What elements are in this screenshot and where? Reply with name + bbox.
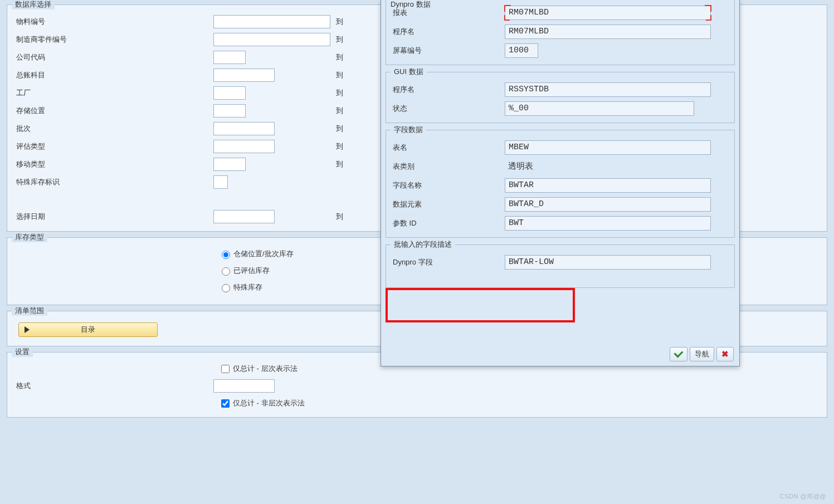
input-movetype-low[interactable] [213,158,246,171]
value-program[interactable]: RM07MLBD [505,25,711,39]
input-gl-low[interactable] [213,68,275,82]
group-title-batch: 批输入的字段描述 [391,239,455,249]
highlight-box [386,288,575,322]
close-icon: ✖ [721,349,729,359]
panel-title-stocktype: 库存类型 [12,232,47,242]
label-screen: 屏幕编号 [391,46,505,56]
group-title-field: 字段数据 [391,125,426,135]
input-special-low[interactable] [213,175,228,189]
confirm-button[interactable] [670,347,687,361]
input-storage-low[interactable] [213,104,246,118]
radio-special[interactable] [222,284,230,292]
label-table: 表名 [391,143,505,153]
label-company: 公司代码 [13,52,213,62]
label-seldate: 选择日期 [13,212,213,222]
directory-button[interactable]: 目录 [18,322,158,337]
group-title-dynpro: Dynpro 数据 [388,0,433,9]
input-seldate-low[interactable] [213,210,275,223]
label-storage: 存储位置 [13,106,213,116]
cancel-button[interactable]: ✖ [716,347,734,361]
value-gui-status[interactable]: %_00 [505,101,694,116]
to-label: 到 [336,212,349,222]
navigate-button[interactable]: 导航 [690,347,714,361]
input-material-low[interactable] [213,15,330,28]
label-gui-status: 状态 [391,104,505,114]
label-special: 特殊库存标识 [13,177,213,187]
radio-label-special: 特殊库存 [233,282,262,292]
value-dataelem[interactable]: BWTAR_D [505,197,711,212]
value-gui-program[interactable]: RSSYSTDB [505,82,711,97]
label-paramid: 参数 ID [391,218,505,228]
play-icon [25,326,30,333]
navigate-label: 导航 [695,349,709,359]
group-title-gui: GUI 数据 [391,67,427,77]
input-batch-low[interactable] [213,122,275,135]
label-batch: 批次 [13,124,213,134]
radio-label-valuated: 已评估库存 [233,266,270,276]
label-dataelem: 数据元素 [391,199,505,209]
panel-title-dbselect: 数据库选择 [12,0,55,9]
panel-title-settings: 设置 [12,347,33,357]
watermark: CSDN @邓@@ [780,492,826,501]
checkbox-totals-nonhier[interactable] [221,399,230,408]
label-material: 物料编号 [13,17,213,27]
value-dynpro-field[interactable]: BWTAR-LOW [505,255,711,270]
label-program: 程序名 [391,27,505,37]
checkbox-label-nonhier: 仅总计 - 非层次表示法 [233,398,305,408]
to-label: 到 [336,52,349,62]
label-valuation: 评估类型 [13,141,213,151]
to-label: 到 [336,17,349,27]
input-format[interactable] [213,379,275,393]
to-label: 到 [336,106,349,116]
value-table[interactable]: MBEW [505,140,711,155]
radio-loc-batch[interactable] [222,251,230,259]
label-movetype: 移动类型 [13,159,213,169]
value-report[interactable]: RM07MLBD [505,6,711,20]
value-paramid[interactable]: BWT [505,216,711,231]
to-label: 到 [336,124,349,134]
input-plant-low[interactable] [213,86,246,100]
label-fieldname: 字段名称 [391,180,505,190]
label-gui-program: 程序名 [391,85,505,95]
to-label: 到 [336,141,349,151]
to-label: 到 [336,70,349,80]
technical-info-popup: Dynpro 数据 报表 RM07MLBD 程序名 RM07MLBD 屏幕编号 … [381,0,740,366]
check-icon [674,349,684,358]
input-valuation-low[interactable] [213,140,275,153]
to-label: 到 [336,159,349,169]
panel-title-listrange: 清单范围 [12,306,47,316]
label-tablecat: 表类别 [391,162,505,172]
to-label: 到 [336,35,349,45]
radio-label-locbatch: 仓储位置/批次库存 [233,249,294,259]
label-mfrpart: 制造商零件编号 [13,35,213,45]
value-fieldname[interactable]: BWTAR [505,178,711,193]
input-mfrpart-low[interactable] [213,33,330,46]
checkbox-label-hier: 仅总计 - 层次表示法 [233,364,297,374]
label-format: 格式 [13,381,213,391]
directory-label: 目录 [81,325,95,335]
radio-valuated[interactable] [222,267,230,276]
value-tablecat: 透明表 [505,159,711,174]
label-gl: 总账科目 [13,70,213,80]
checkbox-totals-hier[interactable] [221,365,230,373]
input-company-low[interactable] [213,51,246,64]
label-plant: 工厂 [13,88,213,98]
value-screen[interactable]: 1000 [505,43,538,58]
to-label: 到 [336,88,349,98]
label-dynpro-field: Dynpro 字段 [391,257,505,267]
